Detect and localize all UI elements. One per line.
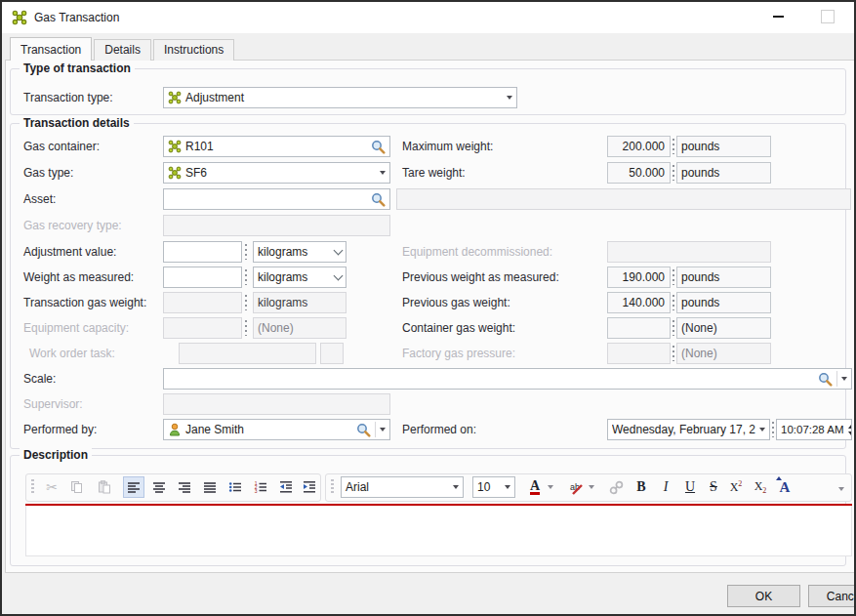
cancel-button[interactable]: Cancel: [808, 585, 856, 607]
decrease-indent-icon: [279, 480, 293, 494]
weight-as-measured-unit: kilograms: [258, 270, 331, 284]
previous-weight-value-field[interactable]: 190.000: [607, 267, 671, 288]
chevron-down-icon[interactable]: [841, 377, 847, 381]
strikethrough-button[interactable]: S: [703, 476, 724, 498]
paste-button[interactable]: [94, 476, 115, 498]
svg-text:3: 3: [255, 488, 258, 494]
toolbar-drag-handle[interactable]: [331, 479, 334, 495]
scale-field[interactable]: [163, 368, 852, 390]
font-name-combobox[interactable]: Arial: [341, 476, 464, 498]
container-gas-weight-unit-field[interactable]: (None): [676, 317, 771, 339]
chevron-down-icon[interactable]: [380, 171, 386, 175]
previous-gas-weight-spinner[interactable]: [673, 295, 674, 310]
align-left-icon: [127, 480, 141, 494]
tab-details[interactable]: Details: [94, 39, 151, 61]
search-icon[interactable]: [356, 423, 371, 437]
search-icon[interactable]: [371, 140, 386, 154]
previous-weight-spinner[interactable]: [673, 269, 674, 285]
decrease-indent-button[interactable]: [275, 476, 297, 498]
gas-molecule-icon: [12, 10, 27, 25]
previous-gas-weight-unit-field[interactable]: pounds: [676, 292, 771, 313]
justify-button[interactable]: [199, 476, 221, 498]
weight-as-measured-unit-combobox[interactable]: kilograms: [253, 267, 346, 288]
maximum-weight-spinner[interactable]: [673, 139, 674, 154]
minimize-button[interactable]: [756, 2, 799, 31]
chevron-down-icon[interactable]: [505, 485, 510, 489]
transaction-gas-weight-unit-field: kilograms: [253, 292, 346, 313]
font-size-combobox[interactable]: 10: [472, 476, 515, 498]
grow-font-button[interactable]: A: [773, 476, 796, 498]
gas-molecule-icon: [168, 140, 182, 153]
underline-button[interactable]: U: [679, 476, 701, 498]
performed-on-spinner[interactable]: [772, 422, 774, 437]
superscript-button[interactable]: X2: [725, 476, 747, 498]
chevron-down-icon[interactable]: [380, 428, 386, 431]
align-right-button[interactable]: [174, 476, 195, 498]
previous-gas-weight-value-field[interactable]: 140.000: [607, 292, 671, 313]
gas-container-field[interactable]: R101: [163, 136, 390, 157]
copy-button[interactable]: [66, 476, 88, 498]
arrow-down-icon[interactable]: [848, 431, 852, 435]
increase-indent-button[interactable]: [299, 476, 320, 498]
ok-button[interactable]: OK: [727, 585, 800, 607]
performed-on-time-field[interactable]: 10:07:28 AM: [776, 419, 852, 440]
tare-weight-unit-field[interactable]: pounds: [676, 162, 771, 184]
arrow-up-icon[interactable]: [848, 425, 852, 429]
bold-button[interactable]: B: [631, 476, 652, 498]
numbered-list-button[interactable]: 123: [250, 476, 271, 498]
performed-on-date: Wednesday, February 17, 2: [612, 423, 755, 436]
tab-transaction[interactable]: Transaction: [10, 37, 92, 61]
tare-weight-label: Tare weight:: [402, 166, 466, 180]
cut-button[interactable]: ✂: [41, 476, 62, 498]
chevron-down-icon[interactable]: [759, 428, 765, 431]
adjustment-value-spinner[interactable]: [245, 244, 247, 260]
search-icon[interactable]: [371, 192, 386, 207]
asset-field[interactable]: [163, 188, 390, 210]
factory-gas-pressure-unit-field: (None): [676, 343, 771, 364]
description-editor-area[interactable]: [25, 506, 852, 556]
align-left-button[interactable]: [123, 476, 144, 498]
bullet-list-icon: [228, 480, 242, 494]
maximize-button[interactable]: [806, 2, 849, 31]
tare-weight-value-field[interactable]: 50.000: [607, 162, 671, 184]
italic-button[interactable]: I: [655, 476, 676, 498]
chevron-down-icon[interactable]: [507, 96, 512, 100]
highlight-button[interactable]: ab: [564, 476, 586, 498]
performed-by-combobox[interactable]: Jane Smith: [163, 419, 390, 440]
bullet-list-button[interactable]: [224, 476, 246, 498]
container-gas-weight-spinner[interactable]: [673, 320, 674, 336]
equipment-capacity-unit-field: (None): [253, 317, 346, 339]
subscript-button[interactable]: X2: [750, 476, 771, 498]
tare-weight-value: 50.000: [629, 166, 665, 180]
maximum-weight-unit-field[interactable]: pounds: [676, 136, 771, 157]
container-gas-weight-value-field[interactable]: [607, 317, 671, 339]
time-spinner[interactable]: [848, 425, 852, 435]
adjustment-unit-combobox[interactable]: kilograms: [253, 241, 346, 263]
chevron-down-icon[interactable]: [334, 245, 344, 255]
gas-type-combobox[interactable]: SF6: [163, 162, 390, 184]
transaction-type-combobox[interactable]: Adjustment: [163, 87, 517, 108]
font-color-button[interactable]: A: [525, 476, 545, 498]
previous-weight-unit-field[interactable]: pounds: [676, 267, 771, 288]
toolbar-drag-handle[interactable]: [31, 479, 34, 495]
previous-weight-unit: pounds: [681, 270, 719, 284]
performed-on-date-combobox[interactable]: Wednesday, February 17, 2: [607, 419, 770, 440]
weight-as-measured-input[interactable]: [163, 267, 242, 288]
chevron-down-icon[interactable]: [334, 270, 344, 280]
transaction-gas-weight-unit: kilograms: [258, 296, 307, 309]
gas-transaction-window: Gas Transaction Transaction Details Inst…: [0, 0, 856, 616]
highlight-dropdown[interactable]: [586, 476, 597, 498]
tab-instructions[interactable]: Instructions: [153, 39, 234, 61]
weight-as-measured-spinner[interactable]: [245, 269, 247, 285]
chevron-down-icon[interactable]: [453, 485, 459, 489]
align-center-button[interactable]: [148, 476, 170, 498]
font-color-icon: A: [530, 479, 540, 495]
supervisor-field: [163, 393, 390, 415]
toolbar-overflow-button[interactable]: [834, 478, 849, 500]
font-color-dropdown[interactable]: [545, 476, 556, 498]
maximum-weight-value-field[interactable]: 200.000: [607, 136, 671, 157]
adjustment-value-input[interactable]: [163, 241, 242, 263]
tare-weight-spinner[interactable]: [673, 165, 674, 181]
search-icon[interactable]: [818, 372, 833, 387]
hyperlink-button[interactable]: [605, 476, 627, 498]
